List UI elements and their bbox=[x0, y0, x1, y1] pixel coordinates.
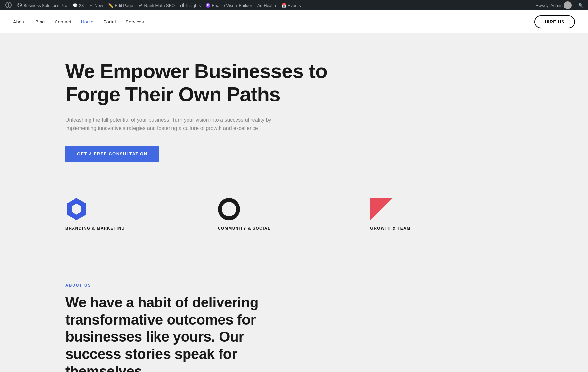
site-nav: About Blog Contact Home Portal Services bbox=[13, 19, 534, 24]
plus-icon: ＋ bbox=[89, 2, 93, 8]
growth-icon bbox=[370, 198, 392, 220]
wp-logo-item[interactable] bbox=[3, 0, 14, 10]
enable-vb-label: Enable Visual Builder bbox=[212, 3, 252, 8]
howdy-label: Howdy, Admin bbox=[536, 3, 563, 8]
edit-page-item[interactable]: ✏️ Edit Page bbox=[106, 0, 136, 10]
insights-icon bbox=[180, 3, 185, 8]
hero-section: We Empower Businesses to Forge Their Own… bbox=[0, 33, 588, 182]
branding-icon bbox=[65, 198, 88, 220]
adhealth-label: Ad Health bbox=[257, 3, 276, 8]
community-icon bbox=[218, 198, 240, 220]
new-label: New bbox=[94, 3, 103, 8]
about-title: We have a habit of delivering transforma… bbox=[65, 294, 261, 372]
rankmath-item[interactable]: Rank Math SEO bbox=[136, 0, 178, 10]
hero-title: We Empower Businesses to Forge Their Own… bbox=[65, 59, 359, 106]
about-section: ABOUT US We have a habit of delivering t… bbox=[0, 263, 588, 372]
insights-item[interactable]: Insights bbox=[177, 0, 203, 10]
cta-button[interactable]: GET A FREE CONSULTATION bbox=[65, 146, 159, 162]
svg-rect-2 bbox=[180, 5, 181, 7]
enable-vb-item[interactable]: D Enable Visual Builder bbox=[203, 0, 254, 10]
insights-label: Insights bbox=[186, 3, 201, 8]
hire-us-button[interactable]: HIRE US bbox=[534, 15, 575, 28]
wp-icon bbox=[5, 2, 12, 9]
site-header: About Blog Contact Home Portal Services … bbox=[0, 10, 588, 33]
avatar bbox=[564, 1, 572, 9]
admin-bar-left: Business Solutions Pro 💬 23 ＋ New ✏️ Edi… bbox=[3, 0, 534, 10]
howdy-item[interactable]: Howdy, Admin bbox=[534, 0, 574, 10]
main-content: We Empower Businesses to Forge Their Own… bbox=[0, 33, 588, 372]
site-name-item[interactable]: Business Solutions Pro bbox=[14, 0, 70, 10]
adhealth-item[interactable]: Ad Health bbox=[255, 0, 279, 10]
edit-icon: ✏️ bbox=[108, 3, 113, 8]
nav-home[interactable]: Home bbox=[81, 19, 94, 24]
nav-portal[interactable]: Portal bbox=[103, 19, 116, 24]
admin-bar: Business Solutions Pro 💬 23 ＋ New ✏️ Edi… bbox=[0, 0, 588, 10]
service-growth: GROWTH & TEAM bbox=[370, 198, 523, 231]
svg-rect-4 bbox=[183, 3, 184, 7]
comments-item[interactable]: 💬 23 bbox=[70, 0, 86, 10]
service-community: COMMUNITY & SOCIAL bbox=[218, 198, 370, 231]
nav-about[interactable]: About bbox=[13, 19, 25, 24]
about-label: ABOUT US bbox=[65, 283, 523, 287]
growth-label: GROWTH & TEAM bbox=[370, 226, 523, 231]
comment-icon: 💬 bbox=[73, 3, 78, 8]
hero-subtitle: Unleashing the full potential of your bu… bbox=[65, 116, 281, 132]
new-item[interactable]: ＋ New bbox=[86, 0, 106, 10]
divi-icon: D bbox=[206, 3, 210, 8]
svg-rect-3 bbox=[182, 4, 183, 7]
calendar-icon: 📅 bbox=[281, 3, 286, 8]
rankmath-label: Rank Math SEO bbox=[144, 3, 175, 8]
nav-blog[interactable]: Blog bbox=[35, 19, 45, 24]
rankmath-icon bbox=[139, 3, 143, 8]
comments-count: 23 bbox=[79, 3, 84, 8]
community-label: COMMUNITY & SOCIAL bbox=[218, 226, 370, 231]
admin-bar-right: Howdy, Admin 🔍 bbox=[534, 0, 585, 10]
search-item[interactable]: 🔍 bbox=[576, 0, 585, 10]
events-item[interactable]: 📅 Events bbox=[279, 0, 303, 10]
service-branding: BRANDING & MARKETING bbox=[65, 198, 218, 231]
section-divider bbox=[0, 244, 588, 263]
nav-contact[interactable]: Contact bbox=[55, 19, 71, 24]
services-row: BRANDING & MARKETING COMMUNITY & SOCIAL … bbox=[0, 182, 588, 244]
site-name-label: Business Solutions Pro bbox=[24, 3, 67, 8]
nav-services[interactable]: Services bbox=[126, 19, 144, 24]
branding-label: BRANDING & MARKETING bbox=[65, 226, 218, 231]
search-icon: 🔍 bbox=[578, 3, 583, 8]
edit-label: Edit Page bbox=[115, 3, 133, 8]
events-label: Events bbox=[288, 3, 301, 8]
site-icon bbox=[17, 2, 22, 8]
